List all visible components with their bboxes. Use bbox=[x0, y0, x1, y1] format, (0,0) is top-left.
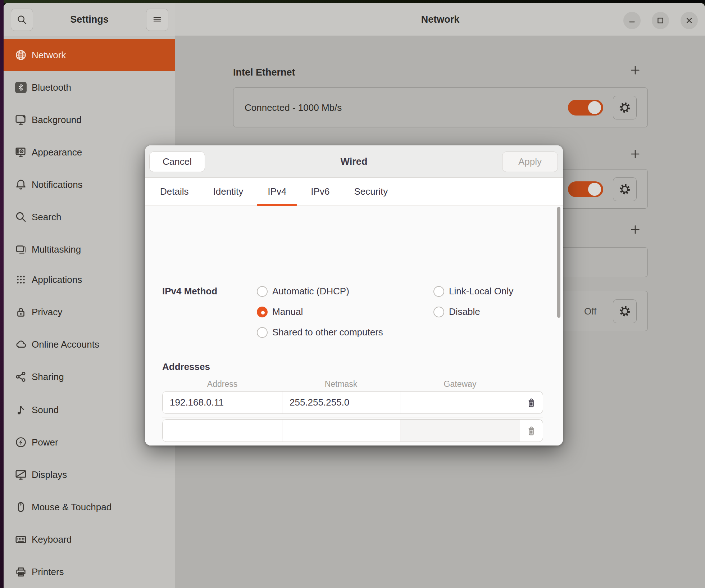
sidebar-item-network[interactable]: Network bbox=[4, 39, 175, 71]
section-title-ethernet: Intel Ethernet bbox=[233, 67, 295, 78]
add-ethernet-profile-button[interactable] bbox=[629, 64, 641, 76]
trash-icon bbox=[526, 397, 537, 408]
gear-icon bbox=[618, 305, 631, 318]
tab-ipv6[interactable]: IPv6 bbox=[311, 178, 329, 206]
background-options-button-2[interactable] bbox=[613, 177, 637, 201]
power-icon bbox=[15, 436, 27, 448]
cloud-icon bbox=[15, 338, 27, 350]
minimize-button[interactable] bbox=[623, 12, 641, 29]
column-header-address: Address bbox=[207, 379, 237, 389]
globe-icon bbox=[15, 49, 27, 61]
appearance-icon bbox=[15, 146, 27, 158]
trash-icon bbox=[526, 425, 537, 436]
apply-button[interactable]: Apply bbox=[502, 151, 558, 172]
hamburger-menu-icon bbox=[152, 14, 163, 25]
wired-dialog: Cancel Wired Apply Details Identity IPv4… bbox=[145, 145, 563, 445]
address-input-2[interactable] bbox=[163, 420, 282, 442]
sidebar-item-printers[interactable]: Printers bbox=[4, 556, 175, 588]
delete-address-row-1-button[interactable] bbox=[520, 392, 543, 413]
radio-disable[interactable] bbox=[433, 307, 444, 317]
gateway-input-1[interactable] bbox=[400, 392, 520, 413]
radio-link-local[interactable] bbox=[433, 286, 444, 297]
add-vpn-button[interactable] bbox=[629, 223, 641, 236]
radio-shared-label[interactable]: Shared to other computers bbox=[272, 327, 383, 338]
dialog-tabbar: Details Identity IPv4 IPv6 Security bbox=[145, 178, 563, 206]
tab-details[interactable]: Details bbox=[160, 178, 188, 206]
mouse-icon bbox=[15, 501, 27, 513]
close-icon bbox=[685, 16, 693, 25]
column-header-gateway: Gateway bbox=[444, 379, 477, 389]
sidebar-item-keyboard[interactable]: Keyboard bbox=[4, 523, 175, 556]
gear-icon bbox=[618, 183, 631, 196]
address-rows-separator bbox=[162, 417, 543, 417]
radio-manual-label[interactable]: Manual bbox=[272, 306, 303, 317]
tab-security[interactable]: Security bbox=[354, 178, 388, 206]
display-icon bbox=[15, 469, 27, 481]
dialog-scrollbar-thumb[interactable] bbox=[557, 207, 560, 318]
bell-icon bbox=[15, 178, 27, 191]
radio-disable-label[interactable]: Disable bbox=[449, 306, 480, 317]
keyboard-icon bbox=[15, 533, 27, 546]
bluetooth-icon bbox=[15, 81, 27, 94]
off-status-label: Off bbox=[584, 306, 596, 317]
maximize-icon bbox=[656, 16, 665, 25]
radio-automatic-dhcp[interactable] bbox=[257, 286, 268, 297]
radio-shared[interactable] bbox=[257, 327, 268, 338]
printer-icon bbox=[15, 566, 27, 578]
sidebar-item-bluetooth[interactable]: Bluetooth bbox=[4, 71, 175, 104]
background-toggle-2[interactable] bbox=[568, 181, 603, 197]
background-options-button-off[interactable] bbox=[613, 299, 637, 323]
address-row-1: 192.168.0.11 255.255.255.0 bbox=[162, 391, 543, 414]
sidebar-item-displays[interactable]: Displays bbox=[4, 458, 175, 491]
ethernet-toggle[interactable] bbox=[568, 100, 603, 116]
netmask-input-1[interactable]: 255.255.255.0 bbox=[282, 392, 400, 413]
gateway-input-2[interactable] bbox=[400, 420, 520, 442]
maximize-button[interactable] bbox=[652, 12, 669, 29]
address-input-1[interactable]: 192.168.0.11 bbox=[163, 392, 282, 413]
ethernet-options-button[interactable] bbox=[613, 96, 637, 119]
tab-identity[interactable]: Identity bbox=[213, 178, 243, 206]
add-wifi-network-button[interactable] bbox=[629, 148, 641, 160]
sidebar-item-background[interactable]: Background bbox=[4, 104, 175, 136]
gear-icon bbox=[618, 101, 631, 114]
primary-menu-button[interactable] bbox=[146, 9, 168, 31]
desktop-wallpaper-top bbox=[0, 0, 705, 3]
dialog-title: Wired bbox=[145, 145, 563, 178]
connected-status-label: Connected - 1000 Mb/s bbox=[245, 102, 342, 113]
netmask-input-2[interactable] bbox=[282, 420, 400, 442]
app-grid-icon bbox=[15, 273, 27, 286]
sidebar-item-mouse-touchpad[interactable]: Mouse & Touchpad bbox=[4, 491, 175, 523]
addresses-section-label: Addresses bbox=[162, 361, 210, 372]
desktop-wallpaper-left bbox=[0, 0, 4, 588]
ethernet-connected-card: Connected - 1000 Mb/s bbox=[233, 87, 648, 127]
share-icon bbox=[15, 371, 27, 383]
lock-icon bbox=[15, 306, 27, 318]
address-row-2 bbox=[162, 419, 543, 442]
dialog-body: IPv4 Method Automatic (DHCP) Manual Shar… bbox=[145, 206, 563, 445]
minimize-icon bbox=[628, 16, 636, 25]
tab-ipv4[interactable]: IPv4 bbox=[268, 178, 286, 206]
windows-icon bbox=[15, 243, 27, 255]
radio-manual[interactable] bbox=[257, 307, 268, 317]
radio-automatic-dhcp-label[interactable]: Automatic (DHCP) bbox=[272, 286, 349, 297]
radio-link-local-label[interactable]: Link-Local Only bbox=[449, 286, 513, 297]
magnifier-icon bbox=[15, 211, 27, 223]
music-note-icon bbox=[15, 404, 27, 416]
column-header-netmask: Netmask bbox=[325, 379, 358, 389]
delete-address-row-2-button[interactable] bbox=[520, 420, 543, 442]
background-icon bbox=[15, 114, 27, 126]
close-button[interactable] bbox=[681, 12, 698, 29]
ipv4-method-label: IPv4 Method bbox=[162, 286, 217, 297]
